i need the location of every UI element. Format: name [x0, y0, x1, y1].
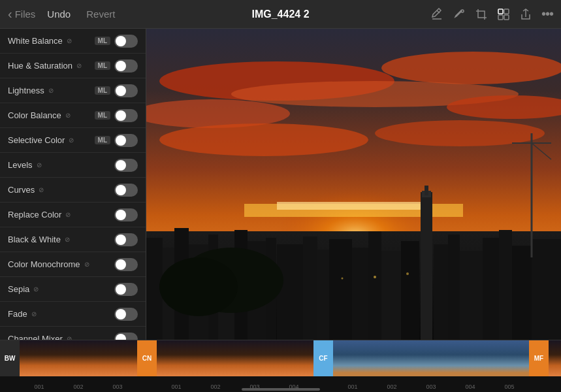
adjustment-info-icon-sepia: ⊘	[33, 286, 39, 293]
film-cell[interactable]	[451, 340, 490, 376]
toggle-color-balance[interactable]	[114, 109, 138, 122]
svg-rect-3	[504, 9, 509, 14]
film-cell[interactable]	[490, 340, 529, 376]
adjustment-fade: Fade⊘	[0, 302, 146, 327]
toggle-curves[interactable]	[114, 184, 138, 197]
photo-image	[146, 29, 561, 340]
svg-rect-29	[425, 186, 428, 195]
share-icon[interactable]	[519, 8, 532, 21]
adjustment-color-monochrome: Color Monochrome⊘	[0, 252, 146, 277]
film-badge-bw[interactable]: BW	[0, 340, 20, 376]
adjustment-label-lightness: Lightness	[8, 86, 44, 95]
back-button[interactable]: ‹ Files	[8, 7, 35, 22]
toolbar-right: •••	[430, 7, 553, 22]
revert-button[interactable]: Revert	[82, 6, 119, 22]
svg-rect-44	[532, 239, 561, 340]
svg-rect-36	[381, 251, 401, 340]
adjustments-icon[interactable]	[497, 8, 510, 21]
film-section-cn: CN001002003004	[137, 340, 313, 392]
adjustment-info-icon-fade: ⊘	[31, 310, 37, 318]
adjustment-label-white-balance: White Balance	[8, 36, 63, 46]
adjustment-label-selective-color: Selective Color	[8, 135, 65, 145]
film-cell[interactable]	[372, 340, 411, 376]
toggle-hue-saturation[interactable]	[114, 59, 138, 73]
film-badge-cn[interactable]: CN	[137, 340, 157, 376]
adjustment-label-replace-color: Replace Color	[8, 210, 61, 220]
toggle-channel-mixer[interactable]	[114, 333, 138, 340]
film-cell[interactable]	[274, 340, 313, 376]
svg-rect-41	[483, 238, 499, 340]
crop-icon[interactable]	[475, 8, 488, 21]
adjustment-label-hue-saturation: Hue & Saturation	[8, 61, 72, 71]
scroll-indicator	[242, 388, 320, 391]
adjustment-info-icon-white-balance: ⊘	[67, 37, 72, 44]
film-cell-number: 004	[451, 382, 490, 392]
adjustment-info-icon-curves: ⊘	[39, 186, 44, 193]
film-cell-number: 002	[59, 382, 98, 392]
adjustment-label-levels: Levels	[8, 160, 33, 170]
film-section-bw: BW001002003	[0, 340, 137, 392]
adjustment-hue-saturation: Hue & Saturation⊘ML	[0, 54, 146, 78]
film-cell[interactable]	[157, 340, 196, 376]
svg-rect-33	[329, 239, 352, 340]
film-badge-mf[interactable]: MF	[529, 340, 549, 376]
film-cell-number: 001	[333, 382, 372, 392]
svg-point-11	[381, 52, 561, 84]
svg-rect-38	[434, 244, 448, 340]
svg-rect-37	[401, 241, 419, 340]
adjustment-info-icon-black-white: ⊘	[65, 236, 70, 243]
svg-point-46	[159, 257, 238, 316]
svg-rect-42	[499, 230, 512, 340]
toolbar-left: ‹ Files Undo Revert	[8, 6, 119, 22]
film-cell[interactable]	[411, 340, 451, 376]
film-cell[interactable]	[20, 340, 59, 376]
film-cell-number: 001	[20, 382, 59, 392]
adjustment-label-color-balance: Color Balance	[8, 110, 61, 120]
adjustment-white-balance: White Balance⊘ML	[0, 29, 146, 54]
toggle-selective-color[interactable]	[114, 134, 138, 147]
annotate-icon[interactable]	[453, 8, 466, 21]
film-cell[interactable]	[235, 340, 274, 376]
film-cell[interactable]	[549, 340, 561, 376]
ml-badge-white-balance: ML	[95, 37, 110, 45]
film-cell[interactable]	[98, 340, 137, 376]
adjustment-info-icon-replace-color: ⊘	[65, 211, 71, 218]
film-cell[interactable]	[333, 340, 372, 376]
undo-button[interactable]: Undo	[43, 6, 74, 22]
adjustment-label-color-monochrome: Color Monochrome	[8, 259, 80, 269]
toggle-color-monochrome[interactable]	[114, 258, 138, 271]
film-cell[interactable]	[59, 340, 98, 376]
toggle-lightness[interactable]	[114, 84, 138, 97]
svg-rect-34	[352, 248, 368, 340]
adjustment-info-icon-hue-saturation: ⊘	[76, 62, 82, 69]
film-cell-number: 002	[196, 382, 235, 392]
toggle-levels[interactable]	[114, 159, 138, 172]
film-cell-number: 003	[98, 382, 137, 392]
ml-badge-lightness: ML	[95, 86, 110, 95]
toggle-white-balance[interactable]	[114, 35, 138, 48]
toggle-sepia[interactable]	[114, 283, 138, 296]
svg-point-49	[342, 278, 344, 280]
back-label[interactable]: Files	[15, 8, 36, 20]
film-cell-number: 003	[411, 382, 451, 392]
adjustment-channel-mixer: Channel Mixer⊘	[0, 327, 146, 340]
more-icon[interactable]: •••	[541, 7, 553, 22]
adjustment-label-curves: Curves	[8, 185, 35, 195]
main-content: White Balance⊘MLHue & Saturation⊘MLLight…	[0, 29, 561, 340]
toggle-black-white[interactable]	[114, 233, 138, 246]
film-section-cf: CF001002003004005	[313, 340, 529, 392]
svg-rect-31	[303, 237, 317, 340]
svg-point-48	[406, 272, 409, 275]
film-badge-cf[interactable]: CF	[313, 340, 333, 376]
film-cell-number: 001	[157, 382, 196, 392]
photo-area	[146, 29, 561, 340]
svg-rect-40	[460, 251, 483, 340]
toggle-fade[interactable]	[114, 308, 138, 321]
film-cell[interactable]	[196, 340, 235, 376]
ml-badge-hue-saturation: ML	[95, 61, 110, 70]
toggle-replace-color[interactable]	[114, 208, 138, 221]
adjustment-selective-color: Selective Color⊘ML	[0, 128, 146, 153]
markup-icon[interactable]	[430, 8, 443, 21]
adjustment-info-icon-selective-color: ⊘	[69, 137, 74, 144]
svg-rect-39	[448, 235, 460, 340]
